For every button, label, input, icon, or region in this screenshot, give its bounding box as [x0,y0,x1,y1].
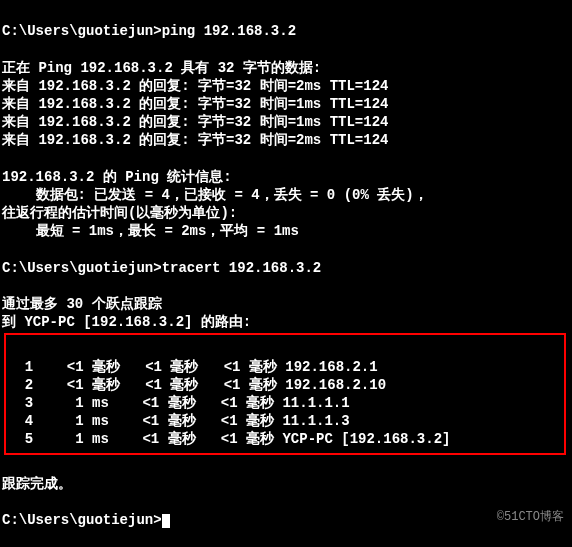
tracert-hop: 5 1 ms <1 毫秒 <1 毫秒 YCP-PC [192.168.3.2] [8,431,450,447]
tracert-done: 跟踪完成。 [2,476,72,492]
tracert-header: 到 YCP-PC [192.168.3.2] 的路由: [2,314,251,330]
prompt: C:\Users\guotiejun>tracert 192.168.3.2 [2,260,321,276]
prompt[interactable]: C:\Users\guotiejun> [2,512,170,528]
stats-packets: 数据包: 已发送 = 4，已接收 = 4，丢失 = 0 (0% 丢失)， [2,187,428,203]
ping-reply: 来自 192.168.3.2 的回复: 字节=32 时间=1ms TTL=124 [2,114,388,130]
terminal-output: C:\Users\guotiejun>ping 192.168.3.2 正在 P… [0,0,572,533]
stats-header: 192.168.3.2 的 Ping 统计信息: [2,169,232,185]
prompt: C:\Users\guotiejun>ping 192.168.3.2 [2,23,296,39]
tracert-hop: 4 1 ms <1 毫秒 <1 毫秒 11.1.1.3 [8,413,350,429]
cursor-icon [162,514,170,528]
ping-header: 正在 Ping 192.168.3.2 具有 32 字节的数据: [2,60,321,76]
watermark: ©51CTO博客 [497,508,564,525]
tracert-highlight-box: 1 <1 毫秒 <1 毫秒 <1 毫秒 192.168.2.1 2 <1 毫秒 … [4,333,566,454]
tracert-hop: 2 <1 毫秒 <1 毫秒 <1 毫秒 192.168.2.10 [8,377,386,393]
tracert-header: 通过最多 30 个跃点跟踪 [2,296,162,312]
ping-reply: 来自 192.168.3.2 的回复: 字节=32 时间=2ms TTL=124 [2,132,388,148]
ping-reply: 来自 192.168.3.2 的回复: 字节=32 时间=2ms TTL=124 [2,78,388,94]
stats-rtt: 最短 = 1ms，最长 = 2ms，平均 = 1ms [2,223,299,239]
tracert-hop: 1 <1 毫秒 <1 毫秒 <1 毫秒 192.168.2.1 [8,359,378,375]
tracert-hop: 3 1 ms <1 毫秒 <1 毫秒 11.1.1.1 [8,395,350,411]
stats-rtt-header: 往返行程的估计时间(以毫秒为单位): [2,205,237,221]
ping-reply: 来自 192.168.3.2 的回复: 字节=32 时间=1ms TTL=124 [2,96,388,112]
